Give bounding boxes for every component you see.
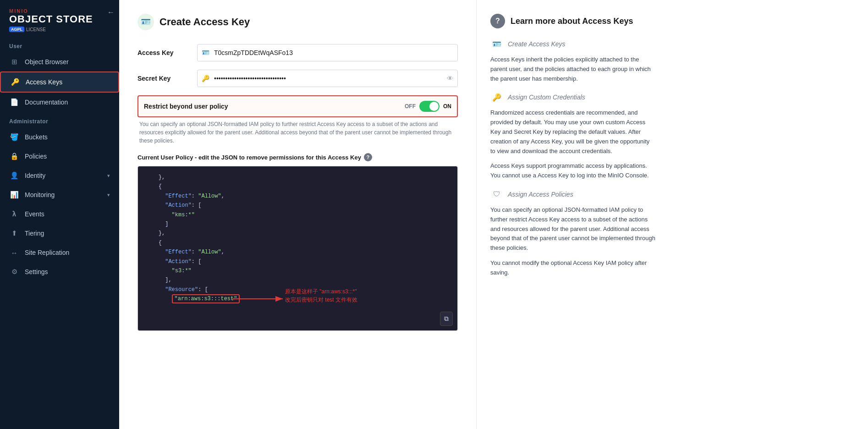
settings-icon: ⚙ <box>9 267 19 277</box>
main-content: 🪪 Create Access Key Access Key 🪪 Secret … <box>119 0 868 429</box>
sidebar-item-object-browser[interactable]: ⊞ Object Browser <box>0 52 119 72</box>
policy-editor[interactable]: }, { "Effect": "Allow", "Action": [ "kms… <box>138 166 457 330</box>
sidebar-item-policies[interactable]: 🔒 Policies <box>0 147 119 166</box>
help-para-1: Access Keys inherit the policies explici… <box>490 55 655 83</box>
object-browser-icon: ⊞ <box>9 57 19 67</box>
license-badge: AGPL LICENSE <box>9 27 46 32</box>
toggle-on-label: ON <box>443 103 451 110</box>
documentation-icon: 📄 <box>9 97 19 107</box>
show-secret-key-icon[interactable]: 👁 <box>447 75 453 82</box>
collapse-sidebar-button[interactable]: ← <box>107 8 115 16</box>
page-title: Create Access Key <box>159 16 250 28</box>
identity-icon: 👤 <box>9 170 19 181</box>
help-para-2: Randomized access credentials are recomm… <box>490 108 655 156</box>
code-line-1: }, <box>145 173 450 182</box>
user-section-label: User <box>0 37 119 52</box>
restrict-label: Restrict beyond user policy <box>144 103 405 110</box>
form-section: 🪪 Create Access Key Access Key 🪪 Secret … <box>119 0 477 429</box>
access-key-input-wrap: 🪪 <box>197 44 458 61</box>
monitoring-chevron-icon: ▾ <box>107 192 110 198</box>
policies-icon: 🔒 <box>9 151 19 161</box>
code-line-12: ], <box>145 275 450 285</box>
identity-chevron-icon: ▾ <box>107 173 110 179</box>
sidebar-item-label: Access Keys <box>26 78 62 86</box>
sidebar: ← MINIO OBJECT STORE AGPL LICENSE User ⊞… <box>0 0 119 429</box>
code-line-6: ] <box>145 220 450 229</box>
sidebar-item-identity[interactable]: 👤 Identity ▾ <box>0 166 119 185</box>
agpl-label: AGPL <box>9 27 24 32</box>
page-title-row: 🪪 Create Access Key <box>137 14 458 30</box>
policy-editor-wrap: }, { "Effect": "Allow", "Action": [ "kms… <box>137 166 458 331</box>
secret-key-field-icon: 🔑 <box>202 75 209 82</box>
code-line-9: "Effect": "Allow", <box>145 248 450 257</box>
sidebar-item-label: Buckets <box>25 133 48 141</box>
sidebar-item-label: Site Replication <box>25 249 69 256</box>
sidebar-item-access-keys[interactable]: 🔑 Access Keys <box>0 72 119 93</box>
sidebar-item-label: Monitoring <box>25 191 55 198</box>
code-line-10: "Action": [ <box>145 257 450 266</box>
help-para-3: Access Keys support programmatic access … <box>490 161 655 181</box>
sidebar-item-label: Tiering <box>25 230 44 237</box>
sidebar-item-events[interactable]: λ Events <box>0 204 119 224</box>
logo-area: ← MINIO OBJECT STORE AGPL LICENSE <box>0 0 119 37</box>
sidebar-item-buckets[interactable]: 🪣 Buckets <box>0 127 119 147</box>
secret-key-label: Secret Key <box>137 75 197 82</box>
help-sub-title-policies: Assign Access Policies <box>508 191 573 198</box>
help-sub-item-create: 🪪 Create Access Keys <box>490 38 655 50</box>
restrict-toggle-switch[interactable] <box>419 101 439 112</box>
admin-section-label: Administrator <box>0 112 119 127</box>
help-para-5: You cannot modify the optional Access Ke… <box>490 258 655 278</box>
secret-key-input[interactable] <box>197 70 458 87</box>
help-para-4: You can specify an optional JSON-formatt… <box>490 205 655 253</box>
sidebar-item-tiering[interactable]: ⬆ Tiering <box>0 224 119 243</box>
code-line-2: { <box>145 182 450 191</box>
help-sub-title-create: Create Access Keys <box>508 40 566 48</box>
copy-policy-button[interactable]: ⧉ <box>440 312 453 326</box>
help-sub-title-credentials: Assign Custom Credentials <box>508 94 585 101</box>
sidebar-item-site-replication[interactable]: ↔ Site Replication <box>0 243 119 262</box>
code-line-8: { <box>145 238 450 248</box>
toggle-off-label: OFF <box>405 103 416 110</box>
code-line-7: }, <box>145 229 450 238</box>
sidebar-item-documentation[interactable]: 📄 Documentation <box>0 93 119 112</box>
arn-value-highlight: "arn:aws:s3:::test" <box>172 294 240 303</box>
sidebar-item-monitoring[interactable]: 📊 Monitoring ▾ <box>0 185 119 204</box>
access-keys-icon: 🔑 <box>10 77 20 87</box>
site-replication-icon: ↔ <box>9 248 19 258</box>
secret-key-row: Secret Key 🔑 👁 <box>137 70 458 87</box>
page-title-icon: 🪪 <box>137 14 154 30</box>
help-sub-item-credentials: 🔑 Assign Custom Credentials <box>490 91 655 104</box>
sidebar-item-label: Events <box>25 210 44 218</box>
code-line-5: "kms:*" <box>145 210 450 220</box>
sidebar-item-label: Documentation <box>25 99 68 106</box>
sidebar-item-settings[interactable]: ⚙ Settings <box>0 262 119 281</box>
access-key-label: Access Key <box>137 49 197 56</box>
help-title-row: ? Learn more about Access Keys <box>490 14 655 28</box>
app-title-label: OBJECT STORE <box>9 14 93 25</box>
help-credentials-icon: 🔑 <box>490 91 503 104</box>
license-label: LICENSE <box>26 27 46 32</box>
code-line-13: "Resource": [ <box>145 285 450 294</box>
help-panel-icon: ? <box>490 14 505 28</box>
policy-section-label: Current User Policy - edit the JSON to r… <box>137 153 458 161</box>
code-line-4: "Action": [ <box>145 201 450 210</box>
help-policies-icon: 🛡 <box>490 188 503 201</box>
policy-help-icon[interactable]: ? <box>364 153 372 161</box>
tiering-icon: ⬆ <box>9 228 19 238</box>
secret-key-input-wrap: 🔑 👁 <box>197 70 458 87</box>
access-key-row: Access Key 🪪 <box>137 44 458 61</box>
annotation-arrow-svg <box>232 292 287 306</box>
help-create-keys-icon: 🪪 <box>490 38 503 50</box>
code-line-3: "Effect": "Allow", <box>145 192 450 201</box>
access-key-input[interactable] <box>197 44 458 61</box>
help-title: Learn more about Access Keys <box>511 16 633 26</box>
access-key-field-icon: 🪪 <box>202 49 209 56</box>
help-panel: ? Learn more about Access Keys 🪪 Create … <box>477 0 669 429</box>
code-line-14: "arn:aws:s3:::test" 原本是这样子 "arn:aws:s3::… <box>145 294 450 330</box>
sidebar-item-label: Policies <box>25 153 47 160</box>
help-sub-item-policies: 🛡 Assign Access Policies <box>490 188 655 201</box>
monitoring-icon: 📊 <box>9 190 19 200</box>
toggle-container: OFF ON <box>405 101 451 112</box>
buckets-icon: 🪣 <box>9 132 19 142</box>
events-icon: λ <box>9 209 19 219</box>
